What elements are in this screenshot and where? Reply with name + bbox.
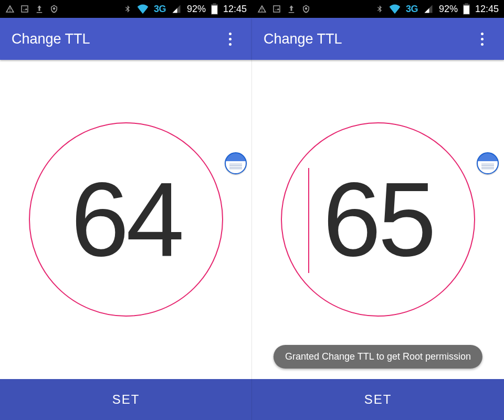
toast-message: Granted Change TTL to get Root permissio… [274,345,482,369]
network-type: 3G [406,4,418,15]
content-area: 64 [0,60,252,379]
overflow-menu-button[interactable] [219,28,240,49]
bluetooth-icon [123,4,132,14]
upload-icon [35,4,44,14]
battery-icon [211,3,218,15]
app-bar: Change TTL [252,18,504,60]
floating-widget[interactable] [477,152,499,174]
app-title: Change TTL [12,31,90,47]
more-vert-icon [481,33,484,46]
image-icon [20,4,29,14]
settings-icon [301,4,311,14]
widget-icon [225,152,247,174]
upload-icon [287,4,296,14]
ttl-circle[interactable]: 65 [281,122,475,317]
wifi-icon [389,4,401,14]
set-button[interactable]: SET [0,379,252,420]
pane-right: 3G 92% 12:45 Change TTL 65 Granted Chang… [252,0,504,420]
signal-icon [423,4,434,14]
clock-time: 12:45 [223,4,247,15]
set-button[interactable]: SET [252,379,504,420]
floating-widget[interactable] [225,152,247,174]
set-button-label: SET [364,392,392,407]
battery-percent: 92% [187,4,206,15]
wifi-icon [137,4,149,14]
battery-percent: 92% [439,4,458,15]
warning-icon [257,4,267,14]
ttl-value: 65 [323,167,433,272]
status-bar: 3G 92% 12:45 [0,0,252,18]
pane-left: 3G 92% 12:45 Change TTL 64 SET [0,0,252,420]
app-title: Change TTL [264,31,342,47]
signal-icon [171,4,182,14]
clock-time: 12:45 [475,4,499,15]
widget-icon [477,152,499,174]
battery-icon [463,3,470,15]
network-type: 3G [154,4,166,15]
image-icon [272,4,281,14]
more-vert-icon [229,33,232,46]
set-button-label: SET [112,392,140,407]
status-bar: 3G 92% 12:45 [252,0,504,18]
warning-icon [5,4,15,14]
app-bar: Change TTL [0,18,252,60]
overflow-menu-button[interactable] [471,28,492,49]
text-cursor [308,168,309,273]
settings-icon [49,4,59,14]
ttl-value: 64 [71,167,181,272]
content-area: 65 [252,60,504,379]
bluetooth-icon [375,4,384,14]
ttl-circle[interactable]: 64 [29,122,223,317]
